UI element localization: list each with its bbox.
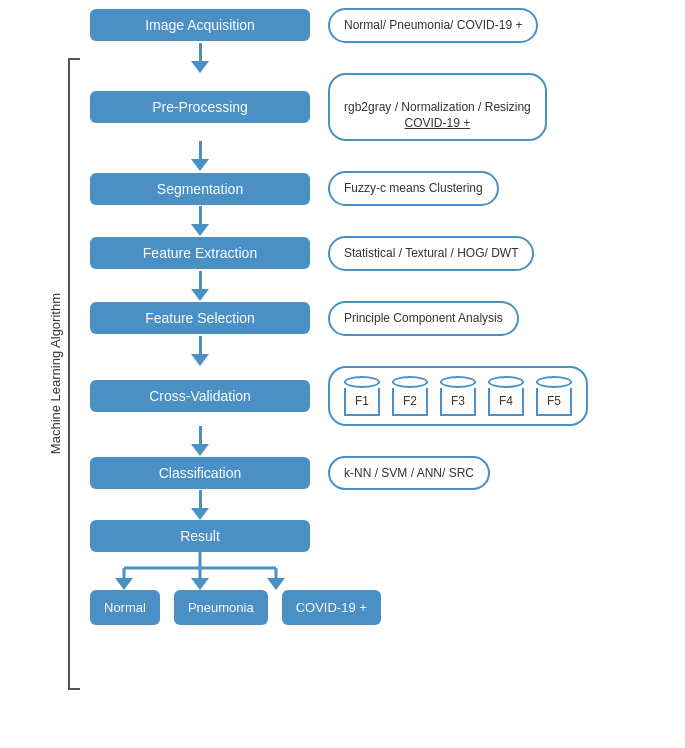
- diagram-container: Machine Learning Algorithm Image Acquisi…: [40, 8, 675, 740]
- arrow-5: [90, 336, 310, 366]
- feature-selection-box: Feature Selection: [90, 302, 310, 334]
- cross-validation-row: Cross-Validation F1 F2 F3: [90, 366, 588, 426]
- result-covid: COVID-19 +: [282, 590, 381, 625]
- step-segmentation: Segmentation Fuzzy-c means Clustering: [90, 171, 499, 236]
- step-image-acquisition: Image Acquisition Normal/ Pneumonia/ COV…: [90, 8, 538, 73]
- svg-marker-7: [267, 578, 285, 590]
- cylinder-f5: F5: [534, 376, 574, 416]
- result-normal: Normal: [90, 590, 160, 625]
- step-feature-selection: Feature Selection Principle Component An…: [90, 301, 519, 366]
- feature-selection-row: Feature Selection Principle Component An…: [90, 301, 519, 336]
- cylinder-f4: F4: [486, 376, 526, 416]
- cylinder-f2: F2: [390, 376, 430, 416]
- feature-selection-note: Principle Component Analysis: [328, 301, 519, 336]
- arrow-3: [90, 206, 310, 236]
- multi-arrow-container: [90, 552, 310, 590]
- arrow-1: [90, 43, 310, 73]
- feature-extraction-note: Statistical / Textural / HOG/ DWT: [328, 236, 534, 271]
- pre-processing-row: Pre-Processing rgb2gray / Normalization …: [90, 73, 547, 141]
- classification-row: Classification k-NN / SVM / ANN/ SRC: [90, 456, 490, 491]
- cylinder-f3: F3: [438, 376, 478, 416]
- result-pneumonia: Pneumonia: [174, 590, 268, 625]
- arrow-6: [90, 426, 310, 456]
- segmentation-note: Fuzzy-c means Clustering: [328, 171, 499, 206]
- vertical-bracket: [68, 58, 80, 690]
- result-box-main: Result: [90, 520, 310, 552]
- pre-processing-box: Pre-Processing: [90, 91, 310, 123]
- image-acquisition-note: Normal/ Pneumonia/ COVID-19 +: [328, 8, 538, 43]
- svg-marker-6: [191, 578, 209, 590]
- result-items-row: Normal Pneumonia COVID-19 +: [90, 590, 381, 625]
- multi-arrow-svg: [90, 552, 310, 590]
- image-acquisition-box: Image Acquisition: [90, 9, 310, 41]
- vertical-label-container: Machine Learning Algorithm: [40, 58, 70, 690]
- pre-processing-note: rgb2gray / Normalization / ResizingCOVID…: [328, 73, 547, 141]
- step-cross-validation: Cross-Validation F1 F2 F3: [90, 366, 588, 456]
- step-feature-extraction: Feature Extraction Statistical / Textura…: [90, 236, 534, 301]
- arrow-7: [90, 490, 310, 520]
- vertical-label-text: Machine Learning Algorithm: [48, 293, 63, 454]
- classification-note: k-NN / SVM / ANN/ SRC: [328, 456, 490, 491]
- result-row-main: Result: [90, 520, 310, 552]
- image-acquisition-row: Image Acquisition Normal/ Pneumonia/ COV…: [90, 8, 538, 43]
- arrow-2: [90, 141, 310, 171]
- feature-extraction-box: Feature Extraction: [90, 237, 310, 269]
- svg-marker-5: [115, 578, 133, 590]
- step-pre-processing: Pre-Processing rgb2gray / Normalization …: [90, 73, 547, 171]
- cross-validation-box: Cross-Validation: [90, 380, 310, 412]
- cylinder-f1: F1: [342, 376, 382, 416]
- step-classification: Classification k-NN / SVM / ANN/ SRC: [90, 456, 490, 521]
- segmentation-row: Segmentation Fuzzy-c means Clustering: [90, 171, 499, 206]
- classification-box: Classification: [90, 457, 310, 489]
- arrow-4: [90, 271, 310, 301]
- segmentation-box: Segmentation: [90, 173, 310, 205]
- feature-extraction-row: Feature Extraction Statistical / Textura…: [90, 236, 534, 271]
- cylinders-group: F1 F2 F3 F4: [328, 366, 588, 426]
- step-result: Result: [90, 520, 381, 625]
- flow-column: Image Acquisition Normal/ Pneumonia/ COV…: [90, 8, 670, 625]
